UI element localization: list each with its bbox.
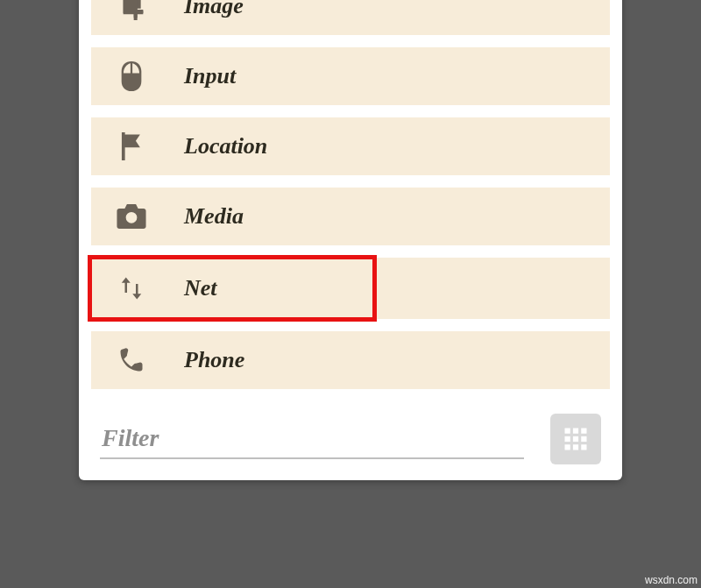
grid-view-button[interactable] bbox=[550, 414, 601, 464]
phone-icon bbox=[116, 344, 147, 376]
watermark: wsxdn.com bbox=[645, 574, 697, 586]
filter-row bbox=[91, 414, 610, 464]
svg-rect-7 bbox=[565, 444, 570, 450]
category-label: Input bbox=[184, 63, 236, 89]
svg-rect-5 bbox=[573, 436, 578, 442]
svg-rect-2 bbox=[573, 429, 578, 434]
svg-rect-3 bbox=[581, 429, 586, 434]
net-icon bbox=[116, 273, 147, 304]
flag-icon bbox=[116, 131, 147, 162]
mouse-icon bbox=[116, 60, 147, 92]
category-label: Image bbox=[184, 0, 244, 19]
camera-icon bbox=[116, 201, 147, 232]
category-item-image[interactable]: Image bbox=[91, 0, 610, 35]
category-item-net[interactable]: Net bbox=[91, 258, 610, 319]
svg-rect-6 bbox=[581, 436, 586, 442]
crop-icon bbox=[116, 0, 147, 22]
svg-rect-8 bbox=[573, 444, 578, 450]
category-panel: Image Input Location Media bbox=[79, 0, 622, 480]
category-item-media[interactable]: Media bbox=[91, 188, 610, 245]
svg-rect-1 bbox=[565, 429, 570, 434]
category-label: Net bbox=[184, 275, 217, 301]
svg-rect-4 bbox=[565, 436, 570, 442]
category-item-phone[interactable]: Phone bbox=[91, 331, 610, 389]
grid-icon bbox=[563, 426, 589, 452]
filter-input[interactable] bbox=[100, 419, 524, 459]
category-item-location[interactable]: Location bbox=[91, 117, 610, 175]
category-label: Phone bbox=[184, 347, 244, 373]
svg-rect-9 bbox=[581, 444, 586, 450]
category-label: Location bbox=[184, 133, 267, 159]
category-item-input[interactable]: Input bbox=[91, 47, 610, 105]
category-label: Media bbox=[184, 203, 244, 230]
